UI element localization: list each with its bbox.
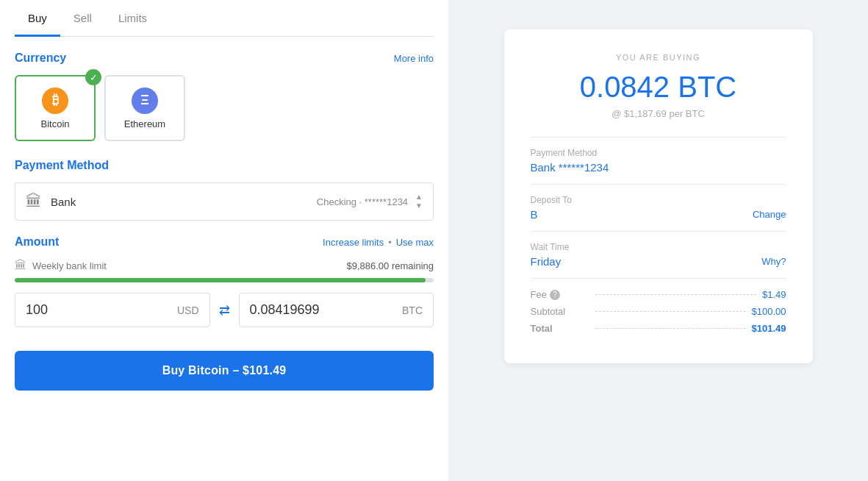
usd-value: 100: [26, 302, 177, 318]
fee-row: Fee ? $1.49: [531, 289, 786, 300]
tabs: Buy Sell Limits: [15, 0, 434, 37]
btc-icon: ₿: [42, 88, 68, 114]
summary-amount: 0.0842 BTC: [531, 71, 786, 104]
tab-limits[interactable]: Limits: [105, 0, 160, 37]
limit-icon: 🏛: [15, 259, 26, 272]
tab-buy[interactable]: Buy: [15, 0, 60, 37]
bank-icon: 🏛: [26, 192, 42, 211]
increase-limits-link[interactable]: Increase limits: [323, 237, 384, 248]
currency-section-header: Currency More info: [15, 51, 434, 65]
payment-method-label: Payment Method: [531, 148, 786, 158]
more-info-link[interactable]: More info: [394, 53, 434, 64]
eth-icon: Ξ: [132, 88, 158, 114]
wait-time-value: Friday: [531, 255, 562, 268]
currency-card-eth[interactable]: Ξ Ethereum: [104, 75, 185, 141]
subtotal-value: $100.00: [752, 306, 786, 317]
payment-section: Payment Method 🏛 Bank Checking · ******1…: [15, 159, 434, 221]
fee-dots-2: [595, 311, 746, 312]
currency-cards: ✓ ₿ Bitcoin Ξ Ethereum: [15, 75, 434, 141]
wait-time-label: Wait Time: [531, 242, 786, 252]
deposit-to-content: B Change: [531, 208, 786, 221]
fee-dots-1: [595, 294, 756, 295]
bank-details: Checking · ******1234: [317, 196, 408, 207]
btc-currency: BTC: [402, 304, 423, 316]
summary-rate: @ $1,187.69 per BTC: [531, 108, 786, 119]
why-link[interactable]: Why?: [761, 256, 786, 267]
usd-input-box[interactable]: 100 USD: [15, 293, 210, 327]
bank-name: Bank: [51, 196, 76, 208]
fee-value: $1.49: [762, 289, 786, 300]
deposit-to-value: B: [531, 208, 538, 221]
progress-bar: [15, 278, 434, 282]
you-are-buying-label: YOU ARE BUYING: [531, 53, 786, 62]
amount-header: Amount Increase limits • Use max: [15, 235, 434, 249]
amount-title: Amount: [15, 235, 59, 249]
payment-title: Payment Method: [15, 159, 109, 172]
usd-currency: USD: [177, 304, 199, 316]
buy-button[interactable]: Buy Bitcoin – $101.49: [15, 351, 434, 391]
eth-label: Ethereum: [124, 118, 165, 129]
dropdown-arrow-icon: ▲ ▼: [415, 193, 423, 210]
fee-dots-3: [595, 328, 746, 329]
currency-card-btc[interactable]: ✓ ₿ Bitcoin: [15, 75, 96, 141]
divider-3: [531, 231, 786, 232]
left-panel: Buy Sell Limits Currency More info ✓ ₿ B…: [0, 0, 448, 481]
deposit-to-label: Deposit To: [531, 195, 786, 205]
total-value: $101.49: [752, 323, 786, 334]
divider-1: [531, 137, 786, 138]
amount-section: Amount Increase limits • Use max 🏛 Weekl…: [15, 235, 434, 339]
selected-checkmark: ✓: [85, 69, 101, 85]
wait-time-row: Wait Time Friday Why?: [531, 242, 786, 268]
subtotal-row: Subtotal $100.00: [531, 306, 786, 317]
wait-time-content: Friday Why?: [531, 255, 786, 268]
swap-icon: ⇄: [219, 302, 230, 318]
subtotal-label: Subtotal: [531, 306, 589, 317]
weekly-limit-row: 🏛 Weekly bank limit $9,886.00 remaining: [15, 259, 434, 272]
currency-title: Currency: [15, 51, 66, 65]
payment-section-header: Payment Method: [15, 159, 434, 172]
fee-info-icon[interactable]: ?: [550, 290, 560, 300]
payment-method-dropdown[interactable]: 🏛 Bank Checking · ******1234 ▲ ▼: [15, 182, 434, 221]
summary-card: YOU ARE BUYING 0.0842 BTC @ $1,187.69 pe…: [504, 29, 813, 363]
divider-2: [531, 184, 786, 185]
tab-sell[interactable]: Sell: [60, 0, 105, 37]
separator-dot: •: [388, 237, 392, 248]
progress-fill: [15, 278, 426, 282]
deposit-to-row: Deposit To B Change: [531, 195, 786, 221]
use-max-link[interactable]: Use max: [396, 237, 434, 248]
right-panel: YOU ARE BUYING 0.0842 BTC @ $1,187.69 pe…: [448, 0, 868, 481]
btc-input-box[interactable]: 0.08419699 BTC: [239, 293, 434, 327]
payment-method-value: Bank ******1234: [531, 161, 786, 174]
btc-label: Bitcoin: [40, 118, 69, 129]
change-link[interactable]: Change: [753, 209, 786, 220]
btc-value: 0.08419699: [250, 302, 403, 318]
amount-links: Increase limits • Use max: [323, 237, 434, 248]
payment-method-row: Payment Method Bank ******1234: [531, 148, 786, 174]
amount-inputs: 100 USD ⇄ 0.08419699 BTC: [15, 293, 434, 327]
limit-remaining: $9,886.00 remaining: [346, 260, 434, 271]
divider-4: [531, 278, 786, 279]
fee-label: Fee ?: [531, 289, 589, 300]
total-label: Total: [531, 323, 589, 334]
total-row: Total $101.49: [531, 323, 786, 334]
limit-label: Weekly bank limit: [32, 260, 107, 271]
